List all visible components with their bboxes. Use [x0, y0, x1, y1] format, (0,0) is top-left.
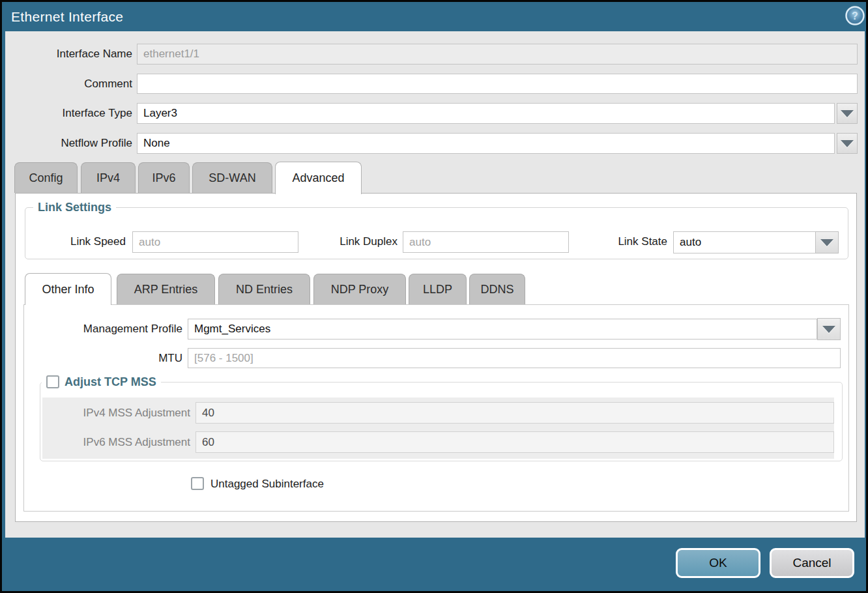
- mtu-label: MTU: [52, 348, 182, 369]
- netflow-profile-select[interactable]: None: [137, 133, 835, 154]
- chevron-down-icon: [822, 326, 835, 333]
- mtu-field[interactable]: [188, 348, 841, 368]
- interface-type-select[interactable]: Layer3: [137, 103, 835, 124]
- ipv4-mss-label: IPv4 MSS Adjustment: [60, 402, 190, 424]
- link-speed-label: Link Speed: [28, 231, 126, 252]
- cancel-button[interactable]: Cancel: [770, 548, 854, 578]
- help-icon[interactable]: ?: [845, 6, 865, 25]
- ok-button[interactable]: OK: [676, 548, 760, 578]
- interface-type-value: Layer3: [143, 107, 177, 120]
- link-settings-legend: Link Settings: [33, 199, 116, 215]
- adjust-tcp-mss-legend-text: Adjust TCP MSS: [65, 374, 156, 390]
- comment-field[interactable]: [137, 74, 858, 94]
- subtab-other-info[interactable]: Other Info: [25, 273, 111, 305]
- tab-sdwan[interactable]: SD-WAN: [192, 162, 272, 193]
- tab-ipv4[interactable]: IPv4: [81, 162, 136, 193]
- chevron-down-icon: [820, 239, 833, 246]
- subtab-lldp[interactable]: LLDP: [409, 274, 467, 304]
- link-state-dropdown-button[interactable]: [815, 231, 839, 253]
- link-state-select[interactable]: auto: [673, 231, 816, 253]
- interface-name-label: Interface Name: [15, 44, 132, 65]
- management-profile-label: Management Profile: [52, 319, 182, 340]
- comment-label: Comment: [15, 74, 132, 94]
- tab-ipv6[interactable]: IPv6: [138, 162, 190, 193]
- link-state-label: Link State: [575, 231, 667, 252]
- ipv4-mss-field: [195, 402, 834, 424]
- subtab-ddns[interactable]: DDNS: [469, 274, 525, 304]
- chevron-down-icon: [841, 110, 854, 117]
- management-profile-value: Mgmt_Services: [194, 323, 270, 336]
- link-duplex-field[interactable]: [403, 231, 569, 253]
- interface-name-field: [137, 44, 858, 65]
- subtab-ndp-proxy[interactable]: NDP Proxy: [313, 274, 406, 304]
- link-duplex-label: Link Duplex: [302, 231, 398, 252]
- link-speed-field[interactable]: [132, 231, 298, 253]
- svg-text:?: ?: [852, 10, 858, 22]
- ipv6-mss-field: [195, 431, 834, 453]
- tab-config[interactable]: Config: [14, 162, 78, 193]
- link-state-value: auto: [680, 236, 701, 249]
- interface-type-dropdown-button[interactable]: [837, 103, 858, 124]
- adjust-tcp-mss-checkbox[interactable]: [46, 375, 59, 388]
- adjust-tcp-mss-legend: Adjust TCP MSS: [42, 374, 161, 390]
- ethernet-interface-dialog: Ethernet Interface ? Interface Name Comm…: [0, 0, 868, 593]
- interface-type-label: Interface Type: [15, 103, 132, 124]
- netflow-profile-dropdown-button[interactable]: [837, 133, 858, 154]
- tab-advanced[interactable]: Advanced: [275, 162, 362, 194]
- subtab-nd-entries[interactable]: ND Entries: [218, 274, 310, 304]
- management-profile-dropdown-button[interactable]: [817, 318, 841, 340]
- untagged-subinterface-checkbox[interactable]: [191, 477, 204, 490]
- netflow-profile-label: Netflow Profile: [15, 133, 132, 154]
- chevron-down-icon: [841, 140, 854, 147]
- ipv6-mss-label: IPv6 MSS Adjustment: [60, 431, 190, 453]
- management-profile-select[interactable]: Mgmt_Services: [188, 319, 817, 340]
- untagged-subinterface-label: Untagged Subinterface: [210, 474, 406, 495]
- dialog-title: Ethernet Interface: [11, 2, 123, 31]
- netflow-profile-value: None: [143, 137, 170, 150]
- subtab-arp-entries[interactable]: ARP Entries: [117, 274, 215, 304]
